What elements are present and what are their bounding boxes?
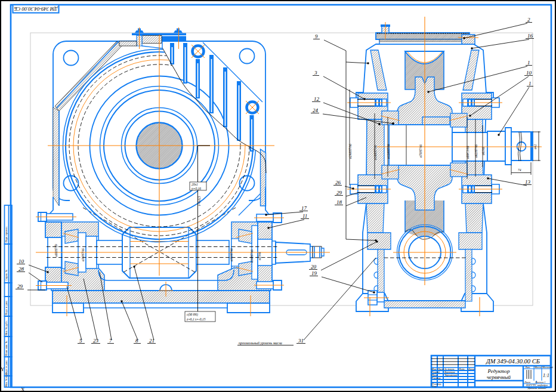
- svg-text:7: 7: [109, 338, 112, 344]
- svg-text:5: 5: [79, 338, 82, 344]
- svg-text:Подп. и дата: Подп. и дата: [5, 301, 8, 315]
- svg-text:Инв. № подл.: Инв. № подл.: [5, 372, 8, 387]
- svg-text:ø100H7/k6: ø100H7/k6: [373, 145, 377, 160]
- svg-text:3: 3: [314, 70, 317, 76]
- svg-text:Масса: Масса: [534, 366, 542, 369]
- svg-text:t=6·0,5: t=6·0,5: [197, 196, 201, 206]
- svg-text:ø25k6: ø25k6: [258, 252, 261, 261]
- svg-text:с(М Ø6): с(М Ø6): [187, 313, 198, 317]
- svg-text:2: 2: [527, 17, 530, 23]
- svg-text:ø70H7/k6: ø70H7/k6: [419, 144, 422, 158]
- svg-text:74: 74: [518, 168, 521, 172]
- svg-text:23: 23: [93, 338, 99, 344]
- svg-text:29: 29: [336, 190, 342, 196]
- svg-text:Взам. инв. №: Взам. инв. №: [5, 341, 8, 356]
- svg-text:1:1: 1:1: [543, 373, 549, 378]
- svg-text:ø61k6: ø61k6: [481, 147, 485, 156]
- svg-text:18: 18: [336, 199, 342, 205]
- svg-text:ø30H7/k6: ø30H7/k6: [81, 248, 85, 262]
- svg-text:Лит.: Лит.: [524, 366, 530, 369]
- svg-text:28: 28: [18, 266, 24, 272]
- svg-text:ДМ 349-04.30.00 СБ: ДМ 349-04.30.00 СБ: [486, 358, 540, 365]
- svg-text:произвольный уровень масла: произвольный уровень масла: [239, 341, 282, 345]
- svg-text:Дата: Дата: [468, 368, 474, 371]
- svg-text:ø80C3/k6: ø80C3/k6: [466, 146, 469, 159]
- svg-text:10: 10: [526, 70, 532, 76]
- svg-text:"Детали машин": "Детали машин": [527, 387, 548, 390]
- svg-text:ø30H7/k6: ø30H7/k6: [250, 249, 254, 263]
- svg-text:X: X: [21, 387, 25, 392]
- svg-text:ø35H7/k6: ø35H7/k6: [230, 248, 233, 262]
- svg-text:Инв. № дубл.: Инв. № дубл.: [5, 320, 8, 335]
- svg-text:ø62H7/k6: ø62H7/k6: [474, 144, 478, 158]
- svg-text:20: 20: [311, 264, 317, 270]
- svg-text:ДМ 349-04.30.00 СБ: ДМ 349-04.30.00 СБ: [14, 6, 58, 12]
- svg-text:20х1: 20х1: [191, 183, 198, 186]
- svg-text:8: 8: [135, 338, 138, 344]
- svg-text:29: 29: [17, 283, 23, 289]
- svg-text:9: 9: [315, 33, 318, 39]
- svg-text:19: 19: [311, 270, 317, 276]
- svg-text:z=6,1 s=-0,15: z=6,1 s=-0,15: [186, 317, 206, 321]
- svg-text:ø80H7/f9: ø80H7/f9: [54, 244, 58, 257]
- svg-text:Утв.: Утв.: [432, 385, 437, 388]
- svg-text:Редуктор: Редуктор: [487, 368, 510, 374]
- svg-text:Y: Y: [1, 366, 5, 372]
- svg-text:13: 13: [525, 179, 531, 185]
- svg-text:Подп.: Подп.: [458, 368, 465, 371]
- svg-text:17: 17: [301, 205, 307, 211]
- svg-text:Т.контр.: Т.контр.: [432, 376, 441, 379]
- svg-text:21: 21: [149, 338, 155, 344]
- svg-text:Справ. №: Справ. №: [5, 270, 8, 280]
- svg-text:червячный: червячный: [487, 374, 511, 380]
- svg-text:n=0,16: n=0,16: [191, 187, 201, 190]
- svg-text:1: 1: [527, 60, 530, 66]
- svg-text:Чернавский: Чернавский: [444, 374, 458, 376]
- svg-text:Перв. примен.: Перв. примен.: [5, 226, 8, 242]
- svg-text:Масштаб: Масштаб: [542, 366, 554, 369]
- svg-text:12: 12: [314, 96, 320, 102]
- svg-text:11: 11: [302, 213, 307, 219]
- svg-text:31: 31: [298, 338, 304, 344]
- svg-text:10: 10: [18, 258, 24, 264]
- svg-text:ø120H7/k6: ø120H7/k6: [387, 144, 390, 159]
- svg-text:ø42: ø42: [533, 144, 537, 150]
- svg-text:1: 1: [529, 81, 532, 87]
- svg-text:16: 16: [527, 33, 533, 39]
- svg-text:26: 26: [335, 180, 341, 186]
- svg-text:24: 24: [313, 107, 319, 113]
- svg-text:ø290H7/h6: ø290H7/h6: [348, 144, 352, 159]
